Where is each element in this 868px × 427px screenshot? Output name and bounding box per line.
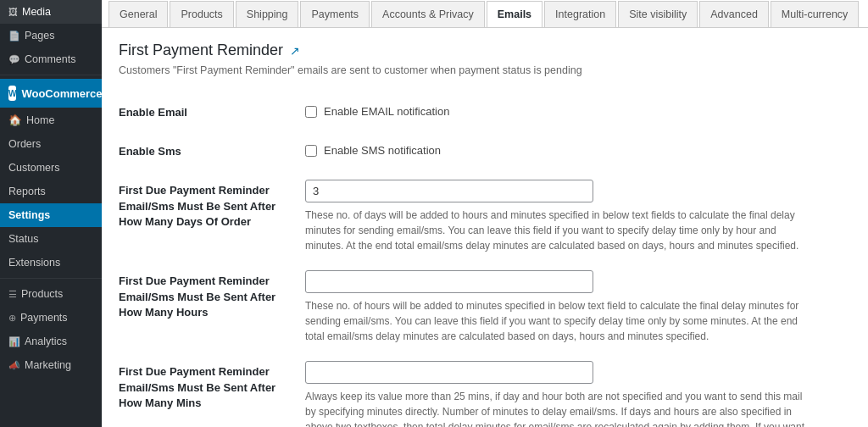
sidebar-label-media: Media xyxy=(22,6,51,18)
field-mins-control: Always keep its value more than 25 mins,… xyxy=(305,352,851,427)
tab-general[interactable]: General xyxy=(108,1,168,28)
woocommerce-icon: W xyxy=(8,86,16,101)
woocommerce-menu: 🏠 Home Orders Customers Reports Settings… xyxy=(0,108,102,427)
field-days: First Due Payment Reminder Email/Sms Mus… xyxy=(119,171,851,262)
field-enable-sms: Enable Sms Enable SMS notification xyxy=(119,132,851,171)
tab-shipping[interactable]: Shipping xyxy=(236,1,299,28)
payments-icon: ⊕ xyxy=(8,313,16,324)
comments-icon: 💬 xyxy=(8,54,20,65)
sidebar-separator-1 xyxy=(0,75,102,75)
analytics-icon: 📊 xyxy=(8,336,20,347)
sidebar-item-status[interactable]: Status xyxy=(0,227,102,251)
page-title-link[interactable]: ↗ xyxy=(290,44,300,58)
sidebar-label-marketing: Marketing xyxy=(25,359,71,371)
tab-site-visibility[interactable]: Site visibility xyxy=(618,1,698,28)
tab-accounts-privacy[interactable]: Accounts & Privacy xyxy=(371,1,485,28)
hours-input[interactable] xyxy=(305,270,593,293)
sidebar-item-media[interactable]: 🖼 Media xyxy=(0,0,102,24)
field-enable-email-control: Enable EMAIL notification xyxy=(305,93,851,132)
sidebar-item-customers[interactable]: Customers xyxy=(0,156,102,180)
field-enable-email-label: Enable Email xyxy=(119,93,305,132)
sidebar-item-extensions[interactable]: Extensions xyxy=(0,251,102,274)
enable-email-checkbox-row: Enable EMAIL notification xyxy=(305,102,851,121)
sidebar-label-analytics: Analytics xyxy=(25,336,67,347)
home-icon: 🏠 xyxy=(8,114,22,126)
field-enable-sms-control: Enable SMS notification xyxy=(305,132,851,171)
field-hours-label: First Due Payment Reminder Email/Sms Mus… xyxy=(119,262,305,352)
tab-integration[interactable]: Integration xyxy=(544,1,616,28)
products-icon: ☰ xyxy=(8,289,17,300)
settings-form: Enable Email Enable EMAIL notification E… xyxy=(119,93,851,427)
admin-menu: 🖼 Media 📄 Pages 💬 Comments xyxy=(0,0,102,71)
tab-payments[interactable]: Payments xyxy=(300,1,370,28)
field-enable-email: Enable Email Enable EMAIL notification xyxy=(119,93,851,132)
marketing-icon: 📣 xyxy=(8,360,20,371)
settings-content: First Payment Reminder ↗ Customers "Firs… xyxy=(102,28,868,427)
field-days-control: These no. of days will be added to hours… xyxy=(305,171,851,262)
sidebar-item-analytics[interactable]: 📊 Analytics xyxy=(0,330,102,353)
sidebar-label-payments: Payments xyxy=(20,312,68,324)
sidebar-label-customers: Customers xyxy=(8,162,59,174)
enable-sms-checkbox[interactable] xyxy=(305,145,317,157)
sidebar-label-pages: Pages xyxy=(25,30,54,42)
sidebar-label-status: Status xyxy=(8,233,38,245)
sidebar-separator-2 xyxy=(0,278,102,279)
sidebar-label-products: Products xyxy=(21,288,63,300)
sidebar-label-settings: Settings xyxy=(8,209,50,221)
enable-sms-checkbox-row: Enable SMS notification xyxy=(305,141,851,160)
enable-email-checkbox[interactable] xyxy=(305,106,317,118)
sidebar-brand[interactable]: W WooCommerce xyxy=(0,79,102,108)
field-hours: First Due Payment Reminder Email/Sms Mus… xyxy=(119,262,851,352)
field-hours-control: These no. of hours will be added to minu… xyxy=(305,262,851,352)
enable-sms-checkbox-label: Enable SMS notification xyxy=(324,144,441,157)
settings-tabs: General Products Shipping Payments Accou… xyxy=(102,0,868,28)
field-mins-label: First Due Payment Reminder Email/Sms Mus… xyxy=(119,352,305,427)
sidebar-item-payments[interactable]: ⊕ Payments xyxy=(0,306,102,330)
sidebar-item-home[interactable]: 🏠 Home xyxy=(0,108,102,132)
tab-multi-currency[interactable]: Multi-currency xyxy=(771,1,860,28)
sidebar-item-comments[interactable]: 💬 Comments xyxy=(0,47,102,71)
sidebar-brand-label: WooCommerce xyxy=(21,87,102,100)
page-title: First Payment Reminder ↗ xyxy=(119,42,851,59)
sidebar-item-pages[interactable]: 📄 Pages xyxy=(0,24,102,47)
field-hours-desc: These no. of hours will be added to minu… xyxy=(305,298,814,344)
enable-email-checkbox-label: Enable EMAIL notification xyxy=(324,105,449,118)
sidebar-item-products[interactable]: ☰ Products xyxy=(0,282,102,306)
field-mins: First Due Payment Reminder Email/Sms Mus… xyxy=(119,352,851,427)
pages-icon: 📄 xyxy=(8,30,20,42)
sidebar-label-orders: Orders xyxy=(8,138,41,150)
page-title-text: First Payment Reminder xyxy=(119,42,283,59)
sidebar-label-comments: Comments xyxy=(25,53,75,65)
main-content: General Products Shipping Payments Accou… xyxy=(102,0,868,427)
field-days-desc: These no. of days will be added to hours… xyxy=(305,208,814,253)
tab-emails[interactable]: Emails xyxy=(487,1,542,28)
sidebar-item-settings[interactable]: Settings xyxy=(0,203,102,227)
sidebar-item-orders[interactable]: Orders xyxy=(0,132,102,156)
sidebar-item-reports[interactable]: Reports xyxy=(0,180,102,203)
sidebar-label-extensions: Extensions xyxy=(8,257,60,269)
days-input[interactable] xyxy=(305,180,593,202)
sidebar-label-reports: Reports xyxy=(8,186,46,197)
field-mins-desc: Always keep its value more than 25 mins,… xyxy=(305,389,814,427)
sidebar-label-home: Home xyxy=(26,114,54,126)
tab-advanced[interactable]: Advanced xyxy=(699,1,769,28)
page-subtitle: Customers "First Payment Reminder" email… xyxy=(119,64,851,76)
tab-products[interactable]: Products xyxy=(170,1,233,28)
field-enable-sms-label: Enable Sms xyxy=(119,132,305,171)
field-days-label: First Due Payment Reminder Email/Sms Mus… xyxy=(119,171,305,262)
sidebar: 🖼 Media 📄 Pages 💬 Comments W WooCommerce… xyxy=(0,0,102,427)
sidebar-item-marketing[interactable]: 📣 Marketing xyxy=(0,353,102,377)
media-icon: 🖼 xyxy=(8,7,18,17)
mins-input[interactable] xyxy=(305,361,593,384)
